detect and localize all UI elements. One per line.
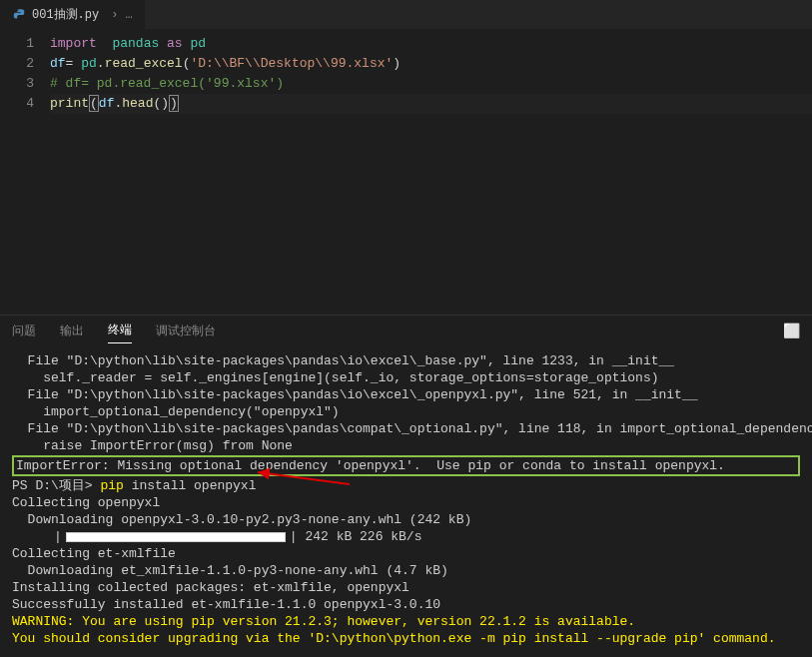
editor-tab-bar: 001抽测.py › … xyxy=(0,0,812,30)
pip-warning-line: WARNING: You are using pip version 21.2.… xyxy=(12,613,800,630)
code-line: # df= pd.read_excel('99.xlsx') xyxy=(50,74,812,94)
progress-bar: || xyxy=(54,528,298,545)
line-number: 4 xyxy=(0,94,34,114)
code-line: print(df.head()) xyxy=(50,94,812,114)
file-tab[interactable]: 001抽测.py › … xyxy=(0,0,145,30)
pip-output-line: Successfully installed et-xmlfile-1.1.0 … xyxy=(12,596,800,613)
breadcrumb-sep: › … xyxy=(111,8,133,22)
traceback-line: File "D:\python\lib\site-packages\pandas… xyxy=(12,420,800,437)
prompt-line: PS D:\项目> pip install openpyxl xyxy=(12,477,800,494)
pip-output-line: Collecting et-xmlfile xyxy=(12,545,800,562)
code-editor[interactable]: 1 2 3 4 import pandas as pd df= pd.read_… xyxy=(0,30,812,315)
panel-tab-bar: 问题 输出 终端 调试控制台 ⬜ xyxy=(0,315,812,346)
tab-output[interactable]: 输出 xyxy=(60,319,84,343)
terminal-panel[interactable]: File "D:\python\lib\site-packages\pandas… xyxy=(0,346,812,657)
traceback-line: raise ImportError(msg) from None xyxy=(12,437,800,454)
tab-terminal[interactable]: 终端 xyxy=(108,318,132,343)
traceback-line: File "D:\python\lib\site-packages\pandas… xyxy=(12,352,800,369)
pip-progress-line: || 242 kB 226 kB/s xyxy=(12,528,800,545)
pip-output-line: Installing collected packages: et-xmlfil… xyxy=(12,579,800,596)
line-number: 3 xyxy=(0,74,34,94)
python-file-icon xyxy=(12,8,26,22)
panel-maximize-icon[interactable]: ⬜ xyxy=(783,323,800,339)
code-line: import pandas as pd xyxy=(50,34,812,54)
pip-output-line: Downloading et_xmlfile-1.1.0-py3-none-an… xyxy=(12,562,800,579)
traceback-line: self._reader = self._engines[engine](sel… xyxy=(12,369,800,386)
traceback-line: File "D:\python\lib\site-packages\pandas… xyxy=(12,386,800,403)
line-number: 2 xyxy=(0,54,34,74)
tab-debug-console[interactable]: 调试控制台 xyxy=(156,319,216,343)
traceback-line: import_optional_dependency("openpyxl") xyxy=(12,403,800,420)
line-number: 1 xyxy=(0,34,34,54)
tab-filename: 001抽测.py xyxy=(32,6,99,23)
pip-output-line: Collecting openpyxl xyxy=(12,494,800,511)
line-number-gutter: 1 2 3 4 xyxy=(0,30,50,315)
error-highlight-box: ImportError: Missing optional dependency… xyxy=(12,455,800,476)
tab-problems[interactable]: 问题 xyxy=(12,319,36,343)
pip-output-line: Downloading openpyxl-3.0.10-py2.py3-none… xyxy=(12,511,800,528)
pip-warning-line: You should consider upgrading via the 'D… xyxy=(12,630,800,647)
import-error-line: ImportError: Missing optional dependency… xyxy=(16,457,796,474)
code-area[interactable]: import pandas as pd df= pd.read_excel('D… xyxy=(50,30,812,315)
code-line: df= pd.read_excel('D:\\BF\\Desktop\\99.x… xyxy=(50,54,812,74)
